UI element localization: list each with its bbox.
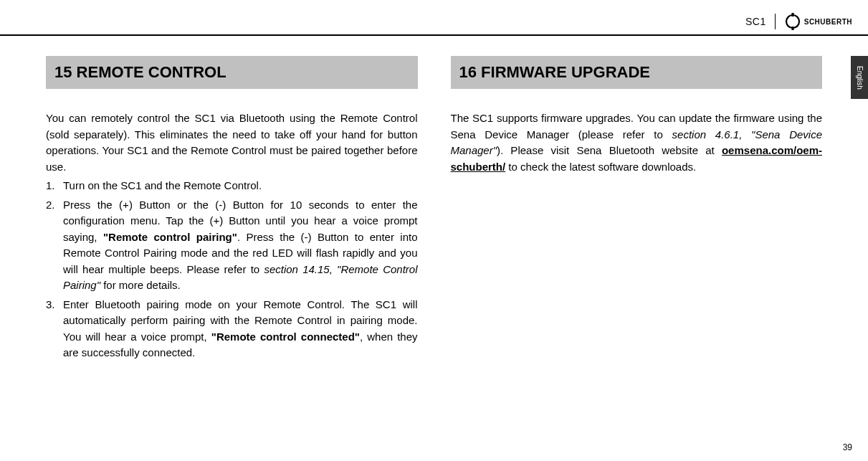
svg-point-0 xyxy=(786,15,799,28)
brand-logo: SCHUBERTH xyxy=(784,13,852,30)
firmware-paragraph: The SC1 supports firmware upgrades. You … xyxy=(451,110,823,175)
step-1: 1. Turn on the SC1 and the Remote Contro… xyxy=(46,178,418,194)
language-tab: English xyxy=(851,56,868,99)
brand-icon xyxy=(784,13,801,30)
intro-paragraph: You can remotely control the SC1 via Blu… xyxy=(46,110,418,175)
step-text: Enter Bluetooth pairing mode on your Rem… xyxy=(63,297,418,361)
step-num: 1. xyxy=(46,178,63,194)
top-rule xyxy=(0,34,868,36)
step-num: 3. xyxy=(46,297,63,361)
steps-list: 1. Turn on the SC1 and the Remote Contro… xyxy=(46,178,418,361)
step-text: Press the (+) Button or the (-) Button f… xyxy=(63,197,418,294)
right-column: 16 FIRMWARE UPGRADE The SC1 supports fir… xyxy=(451,56,823,364)
section-heading-remote: 15 REMOTE CONTROL xyxy=(46,56,418,89)
divider xyxy=(775,14,776,29)
svg-rect-1 xyxy=(791,13,793,16)
body-text-left: You can remotely control the SC1 via Blu… xyxy=(46,110,418,361)
step-3: 3. Enter Bluetooth pairing mode on your … xyxy=(46,297,418,361)
voice-prompt: "Remote control pairing" xyxy=(103,231,237,243)
svg-rect-2 xyxy=(791,27,793,30)
content-area: 15 REMOTE CONTROL You can remotely contr… xyxy=(46,56,822,364)
page-header: SC1 SCHUBERTH xyxy=(745,13,852,30)
brand-text: SCHUBERTH xyxy=(804,18,852,26)
step-text: Turn on the SC1 and the Remote Control. xyxy=(63,178,418,194)
page-number: 39 xyxy=(843,442,852,452)
voice-prompt: "Remote control connected" xyxy=(211,331,360,343)
product-label: SC1 xyxy=(745,16,766,27)
step-num: 2. xyxy=(46,197,63,294)
left-column: 15 REMOTE CONTROL You can remotely contr… xyxy=(46,56,418,364)
body-text-right: The SC1 supports firmware upgrades. You … xyxy=(451,110,823,175)
step-2: 2. Press the (+) Button or the (-) Butto… xyxy=(46,197,418,294)
section-heading-firmware: 16 FIRMWARE UPGRADE xyxy=(451,56,823,89)
